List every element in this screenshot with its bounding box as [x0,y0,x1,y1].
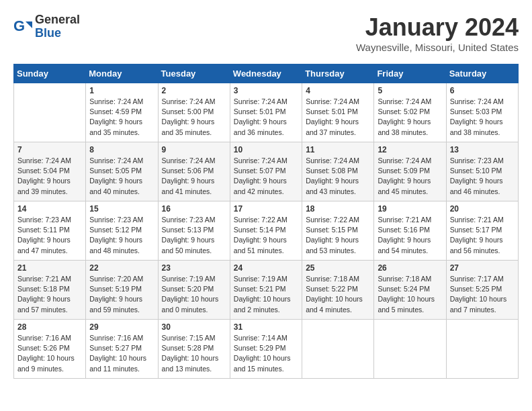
day-info: Sunrise: 7:23 AM Sunset: 5:12 PM Dayligh… [89,215,154,256]
day-number: 23 [162,263,226,273]
day-number: 20 [450,204,515,214]
calendar-cell: 1Sunrise: 7:24 AM Sunset: 4:59 PM Daylig… [86,83,158,142]
day-info: Sunrise: 7:21 AM Sunset: 5:16 PM Dayligh… [378,215,442,256]
header-sunday: Sunday [14,64,86,83]
calendar-cell [302,320,374,379]
day-info: Sunrise: 7:24 AM Sunset: 5:08 PM Dayligh… [306,156,370,197]
weekday-header-row: SundayMondayTuesdayWednesdayThursdayFrid… [14,64,519,83]
day-number: 16 [162,204,226,214]
header-thursday: Thursday [302,64,374,83]
day-number: 24 [234,263,298,273]
day-number: 1 [89,86,154,95]
calendar-cell [14,83,86,142]
day-info: Sunrise: 7:18 AM Sunset: 5:24 PM Dayligh… [378,274,442,315]
day-number: 13 [450,145,515,154]
day-number: 11 [306,145,370,154]
calendar-cell: 28Sunrise: 7:16 AM Sunset: 5:26 PM Dayli… [14,320,86,379]
calendar-cell: 25Sunrise: 7:18 AM Sunset: 5:22 PM Dayli… [302,261,374,320]
calendar-cell: 2Sunrise: 7:24 AM Sunset: 5:00 PM Daylig… [158,83,230,142]
calendar-cell: 30Sunrise: 7:15 AM Sunset: 5:28 PM Dayli… [158,320,230,379]
day-number: 12 [378,145,442,154]
day-info: Sunrise: 7:24 AM Sunset: 5:03 PM Dayligh… [450,97,515,138]
day-info: Sunrise: 7:23 AM Sunset: 5:10 PM Dayligh… [450,156,515,197]
day-number: 26 [378,263,442,273]
day-info: Sunrise: 7:22 AM Sunset: 5:14 PM Dayligh… [234,215,298,256]
day-info: Sunrise: 7:24 AM Sunset: 5:04 PM Dayligh… [17,156,82,197]
day-number: 19 [378,204,442,214]
day-info: Sunrise: 7:18 AM Sunset: 5:22 PM Dayligh… [306,274,370,315]
day-number: 4 [306,86,370,95]
header-wednesday: Wednesday [230,64,302,83]
day-info: Sunrise: 7:19 AM Sunset: 5:21 PM Dayligh… [234,274,298,315]
day-number: 6 [450,86,515,95]
calendar-cell: 15Sunrise: 7:23 AM Sunset: 5:12 PM Dayli… [86,201,158,261]
day-info: Sunrise: 7:24 AM Sunset: 5:09 PM Dayligh… [378,156,442,197]
day-number: 31 [234,322,298,332]
calendar-cell [374,320,446,379]
day-info: Sunrise: 7:21 AM Sunset: 5:17 PM Dayligh… [450,215,515,256]
day-number: 15 [89,204,154,214]
day-number: 25 [306,263,370,273]
page-header: G General Blue January 2024 Waynesville,… [13,13,519,53]
day-info: Sunrise: 7:24 AM Sunset: 5:05 PM Dayligh… [89,156,154,197]
calendar-cell: 31Sunrise: 7:14 AM Sunset: 5:29 PM Dayli… [230,320,302,379]
calendar-cell: 10Sunrise: 7:24 AM Sunset: 5:07 PM Dayli… [230,142,302,201]
day-info: Sunrise: 7:24 AM Sunset: 5:06 PM Dayligh… [162,156,226,197]
day-number: 29 [89,322,154,332]
calendar-cell: 24Sunrise: 7:19 AM Sunset: 5:21 PM Dayli… [230,261,302,320]
calendar-cell: 14Sunrise: 7:23 AM Sunset: 5:11 PM Dayli… [14,201,86,261]
day-info: Sunrise: 7:23 AM Sunset: 5:11 PM Dayligh… [17,215,82,256]
header-friday: Friday [374,64,446,83]
day-info: Sunrise: 7:14 AM Sunset: 5:29 PM Dayligh… [234,333,298,374]
logo-icon: G [13,17,32,36]
title-block: January 2024 Waynesville, Missouri, Unit… [356,13,519,53]
day-info: Sunrise: 7:16 AM Sunset: 5:27 PM Dayligh… [89,333,154,374]
day-number: 28 [17,322,82,332]
day-number: 14 [17,204,82,214]
day-number: 30 [162,322,226,332]
day-number: 17 [234,204,298,214]
day-number: 2 [162,86,226,95]
day-info: Sunrise: 7:22 AM Sunset: 5:15 PM Dayligh… [306,215,370,256]
day-number: 9 [162,145,226,154]
calendar-table: SundayMondayTuesdayWednesdayThursdayFrid… [13,64,519,379]
header-saturday: Saturday [446,64,518,83]
calendar-cell: 27Sunrise: 7:17 AM Sunset: 5:25 PM Dayli… [446,261,518,320]
calendar-cell: 21Sunrise: 7:21 AM Sunset: 5:18 PM Dayli… [14,261,86,320]
logo-text: General Blue [35,13,80,40]
day-info: Sunrise: 7:15 AM Sunset: 5:28 PM Dayligh… [162,333,226,374]
day-info: Sunrise: 7:24 AM Sunset: 5:01 PM Dayligh… [306,97,370,138]
day-number: 18 [306,204,370,214]
calendar-cell: 9Sunrise: 7:24 AM Sunset: 5:06 PM Daylig… [158,142,230,201]
calendar-cell: 13Sunrise: 7:23 AM Sunset: 5:10 PM Dayli… [446,142,518,201]
calendar-cell: 7Sunrise: 7:24 AM Sunset: 5:04 PM Daylig… [14,142,86,201]
day-info: Sunrise: 7:24 AM Sunset: 4:59 PM Dayligh… [89,97,154,138]
calendar-cell [446,320,518,379]
day-number: 21 [17,263,82,273]
calendar-cell: 12Sunrise: 7:24 AM Sunset: 5:09 PM Dayli… [374,142,446,201]
day-number: 8 [89,145,154,154]
week-row-2: 7Sunrise: 7:24 AM Sunset: 5:04 PM Daylig… [14,142,519,201]
header-tuesday: Tuesday [158,64,230,83]
day-number: 27 [450,263,515,273]
day-info: Sunrise: 7:24 AM Sunset: 5:07 PM Dayligh… [234,156,298,197]
location: Waynesville, Missouri, United States [356,42,519,53]
calendar-cell: 17Sunrise: 7:22 AM Sunset: 5:14 PM Dayli… [230,201,302,261]
calendar-cell: 4Sunrise: 7:24 AM Sunset: 5:01 PM Daylig… [302,83,374,142]
calendar-cell: 29Sunrise: 7:16 AM Sunset: 5:27 PM Dayli… [86,320,158,379]
day-info: Sunrise: 7:16 AM Sunset: 5:26 PM Dayligh… [17,333,82,374]
calendar-cell: 20Sunrise: 7:21 AM Sunset: 5:17 PM Dayli… [446,201,518,261]
logo: G General Blue [13,13,80,40]
calendar-cell: 5Sunrise: 7:24 AM Sunset: 5:02 PM Daylig… [374,83,446,142]
day-info: Sunrise: 7:21 AM Sunset: 5:18 PM Dayligh… [17,274,82,315]
svg-marker-1 [26,21,32,28]
calendar-cell: 22Sunrise: 7:20 AM Sunset: 5:19 PM Dayli… [86,261,158,320]
day-info: Sunrise: 7:24 AM Sunset: 5:01 PM Dayligh… [234,97,298,138]
day-number: 5 [378,86,442,95]
svg-text:G: G [13,17,25,34]
day-info: Sunrise: 7:17 AM Sunset: 5:25 PM Dayligh… [450,274,515,315]
calendar-cell: 3Sunrise: 7:24 AM Sunset: 5:01 PM Daylig… [230,83,302,142]
day-info: Sunrise: 7:19 AM Sunset: 5:20 PM Dayligh… [162,274,226,315]
week-row-4: 21Sunrise: 7:21 AM Sunset: 5:18 PM Dayli… [14,261,519,320]
day-info: Sunrise: 7:24 AM Sunset: 5:00 PM Dayligh… [162,97,226,138]
